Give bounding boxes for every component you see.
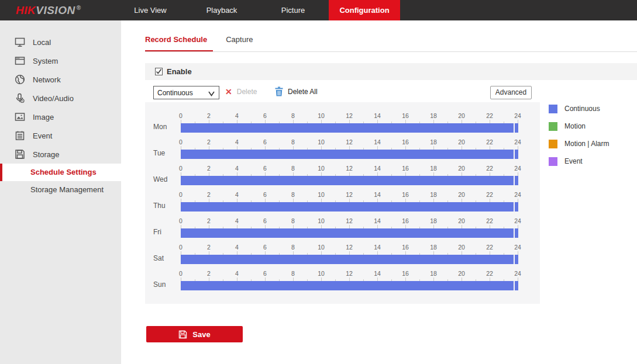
schedule-bar-sun[interactable] bbox=[181, 281, 518, 290]
legend-label: Motion | Alarm bbox=[564, 140, 609, 148]
schedule-segment-continuous[interactable] bbox=[181, 255, 518, 264]
hour-tick-label: 12 bbox=[343, 165, 355, 172]
hour-tick-label: 22 bbox=[484, 112, 495, 119]
timeline-cursor[interactable] bbox=[514, 150, 515, 159]
nav-item-playback[interactable]: Playback bbox=[186, 0, 257, 20]
legend-swatch bbox=[549, 140, 557, 148]
timeline-cursor[interactable] bbox=[514, 255, 515, 264]
delete-all-button[interactable]: Delete All bbox=[275, 86, 318, 96]
record-type-select[interactable]: Continuous bbox=[153, 86, 219, 99]
nav-item-picture[interactable]: Picture bbox=[257, 0, 329, 20]
hour-tick-label: 2 bbox=[203, 112, 215, 119]
sidebar-item-event[interactable]: Event bbox=[0, 126, 121, 145]
hour-tick-label: 6 bbox=[259, 112, 271, 119]
sidebar-item-image[interactable]: Image bbox=[0, 108, 121, 126]
schedule-bar-wed[interactable] bbox=[181, 176, 518, 185]
sidebar-item-video-audio[interactable]: Video/Audio bbox=[0, 89, 121, 108]
sidebar-item-label: Video/Audio bbox=[33, 94, 74, 103]
sidebar-subitem-schedule-settings[interactable]: Schedule Settings bbox=[0, 164, 121, 181]
hour-tick-label: 16 bbox=[400, 217, 411, 224]
nav-item-configuration[interactable]: Configuration bbox=[329, 0, 400, 20]
sidebar-item-local[interactable]: Local bbox=[0, 33, 121, 51]
sidebar-subitem-storage-management[interactable]: Storage Management bbox=[0, 181, 121, 199]
sidebar-item-label: Image bbox=[33, 113, 54, 122]
tab-capture[interactable]: Capture bbox=[226, 32, 255, 52]
day-label: Wed bbox=[153, 175, 178, 183]
tab-record-schedule[interactable]: Record Schedule bbox=[145, 32, 213, 52]
day-label: Sun bbox=[153, 280, 178, 289]
hour-tick-label: 18 bbox=[428, 217, 439, 224]
legend-item-motion-alarm: Motion | Alarm bbox=[549, 135, 609, 152]
check-icon bbox=[156, 68, 162, 75]
hour-tick-label: 10 bbox=[315, 112, 327, 119]
hour-tick-label: 10 bbox=[315, 244, 327, 251]
storage-icon bbox=[15, 149, 25, 160]
save-button[interactable]: Save bbox=[146, 326, 243, 342]
hour-tick-label: 14 bbox=[371, 191, 383, 198]
nav-item-live-view[interactable]: Live View bbox=[115, 0, 186, 20]
sidebar-item-network[interactable]: Network bbox=[0, 70, 121, 89]
hour-tick-label: 4 bbox=[231, 244, 243, 251]
enable-row: Enable bbox=[145, 63, 637, 80]
sidebar-item-storage[interactable]: Storage bbox=[0, 145, 121, 164]
schedule-segment-continuous[interactable] bbox=[181, 123, 518, 133]
top-bar: HIKVISION® Live ViewPlaybackPictureConfi… bbox=[0, 0, 637, 20]
timeline-cursor[interactable] bbox=[514, 123, 515, 133]
hour-tick-label: 24 bbox=[512, 191, 524, 198]
timeline-row-wed: Wed024681012141618202224 bbox=[145, 165, 540, 191]
hour-tick-label: 24 bbox=[512, 270, 524, 277]
timeline-cursor[interactable] bbox=[514, 228, 515, 238]
schedule-segment-continuous[interactable] bbox=[181, 202, 518, 212]
trash-icon bbox=[275, 86, 283, 96]
day-label: Tue bbox=[153, 149, 178, 157]
hour-tick-label: 10 bbox=[315, 138, 327, 145]
schedule-segment-continuous[interactable] bbox=[181, 281, 518, 290]
advanced-button[interactable]: Advanced bbox=[490, 86, 532, 99]
legend-label: Motion bbox=[564, 122, 586, 130]
hour-tick-label: 12 bbox=[343, 138, 355, 145]
monitor-icon bbox=[15, 37, 25, 47]
hour-tick-label: 24 bbox=[512, 244, 524, 251]
schedule-segment-continuous[interactable] bbox=[181, 150, 518, 159]
hour-tick-label: 20 bbox=[456, 138, 467, 145]
sidebar-menu: LocalSystemNetworkVideo/AudioImageEventS… bbox=[0, 20, 121, 199]
logo-text-vision: VISION bbox=[36, 4, 75, 16]
hour-tick-label: 0 bbox=[175, 270, 187, 277]
schedule-bar-mon[interactable] bbox=[181, 123, 518, 133]
timeline-cursor[interactable] bbox=[514, 281, 515, 290]
schedule-bar-sat[interactable] bbox=[181, 255, 518, 264]
timeline-cursor[interactable] bbox=[514, 176, 515, 185]
schedule-bar-fri[interactable] bbox=[181, 228, 518, 238]
hour-tick-label: 18 bbox=[428, 191, 439, 198]
timeline-cursor[interactable] bbox=[514, 202, 515, 212]
timeline-row-thu: Thu024681012141618202224 bbox=[145, 191, 540, 217]
enable-checkbox[interactable] bbox=[155, 68, 163, 75]
record-type-legend: ContinuousMotionMotion | AlarmEvent bbox=[549, 100, 609, 170]
hour-tick-label: 12 bbox=[343, 244, 355, 251]
hour-tick-label: 24 bbox=[512, 138, 524, 145]
legend-swatch bbox=[549, 105, 557, 113]
hour-tick-label: 18 bbox=[428, 112, 439, 119]
delete-x-icon: ✕ bbox=[225, 87, 232, 96]
hour-tick-label: 10 bbox=[315, 270, 327, 277]
hour-tick-label: 2 bbox=[203, 138, 215, 145]
hour-tick-label: 8 bbox=[287, 165, 299, 172]
window-icon bbox=[15, 56, 25, 66]
hour-tick-label: 22 bbox=[484, 217, 495, 224]
hour-tick-label: 14 bbox=[371, 270, 383, 277]
schedule-segment-continuous[interactable] bbox=[181, 176, 518, 185]
hour-tick-label: 8 bbox=[287, 191, 299, 198]
legend-label: Event bbox=[564, 157, 583, 165]
schedule-segment-continuous[interactable] bbox=[181, 228, 518, 238]
sidebar-item-system[interactable]: System bbox=[0, 51, 121, 70]
delete-button[interactable]: ✕ Delete bbox=[225, 87, 257, 96]
hour-tick-label: 22 bbox=[484, 165, 495, 172]
hour-tick-label: 4 bbox=[231, 191, 243, 198]
schedule-bar-tue[interactable] bbox=[181, 150, 518, 159]
hour-tick-label: 16 bbox=[400, 138, 411, 145]
schedule-bar-thu[interactable] bbox=[181, 202, 518, 212]
legend-label: Continuous bbox=[564, 105, 600, 113]
hour-tick-label: 20 bbox=[456, 165, 467, 172]
sidebar-item-label: System bbox=[33, 57, 58, 65]
hour-tick-label: 0 bbox=[175, 112, 187, 119]
